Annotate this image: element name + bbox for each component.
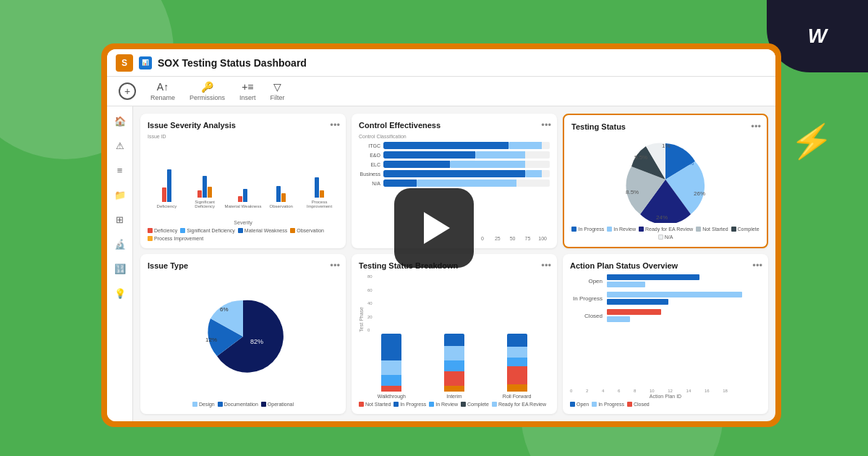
legend-design: Design [192,402,215,407]
legend-documentation: Documentation [218,402,258,407]
stacked-interim: Interim [427,334,482,399]
page-title: SOX Testing Status Dashboard [158,57,307,69]
action-plan-rows: Open In Progress [570,274,761,386]
filter-button[interactable]: ▽ Filter [271,81,285,101]
x-axis-severity: Severity [148,220,339,225]
control-y-label: Control Classification [359,134,550,139]
legend-dot-sigdef [180,228,185,233]
sidebar-item-list[interactable]: ≡ [113,163,127,177]
pie-label-26: 26% [694,190,705,197]
hbar-fill-elc-dark [383,161,450,168]
testing-breakdown-card: Testing Status Breakdown ••• Test Phase … [352,254,557,414]
stacked-walkthrough: Walkthrough [365,334,419,399]
sidebar: 🏠 ⚠ ≡ 📁 ⊞ 🔬 🔢 💡 [107,106,133,421]
legend-dot-in-review [607,227,612,232]
sidebar-item-bulb[interactable]: 💡 [113,286,127,300]
control-effectiveness-menu[interactable]: ••• [541,119,551,130]
legend-tb-not-started: Not Started [359,402,391,407]
action-plan-menu[interactable]: ••• [752,260,762,271]
stacked-bar-walkthrough [381,334,401,392]
video-play-overlay[interactable] [394,188,474,268]
legend-dot-ap-open [570,402,575,407]
legend-dot-tb-in-review [429,402,434,407]
issue-severity-card: Issue Severity Analysis ••• Issue ID [140,114,346,248]
hbar-label-elc: ELC [359,162,380,167]
stacked-rollforward: Roll Forward [490,334,544,399]
pie-label-35: 35% [682,160,694,166]
legend-dot-deficiency [148,228,153,233]
seg-it-in-review [444,360,464,371]
sidebar-item-lab[interactable]: 🔬 [113,237,127,251]
issue-type-menu[interactable]: ••• [330,260,340,271]
legend-dot-design [192,402,197,407]
sidebar-item-grid[interactable]: ⊞ [113,212,127,227]
bar-label-deficiency: Deficiency [157,204,177,209]
seg-rf-in-progress [507,334,527,347]
hbar-track-business [383,170,550,177]
testing-status-menu[interactable]: ••• [751,121,761,132]
action-label-closed: Closed [570,313,603,319]
issue-type-chart: 82% 12% 6% Design [148,274,339,407]
testing-status-chart: 35% 26% 24% 8.5% 5.5% 1% In Pro [571,135,760,240]
legend-ap-inprogress: In Progress [592,402,624,407]
sidebar-item-data[interactable]: 🔢 [113,261,127,276]
bar-sigdef-red [197,190,202,198]
legend-not-started: Not Started [696,227,728,232]
issue-type-card: Issue Type ••• 8 [140,254,346,414]
pie-label-12: 12% [205,337,217,343]
action-x-ticks: 024681012141618 [570,389,761,393]
hbar-eo: E&O [359,151,550,159]
insert-button[interactable]: +≡ Insert [239,81,256,101]
y-ticks: 806040200 [367,274,373,332]
action-bar-closed-light [607,316,630,322]
seg-it-ready-ea [444,346,464,360]
sidebar-item-folder[interactable]: 📁 [113,187,127,202]
hbar-itgc: ITGC [359,142,550,149]
filter-icon: ▽ [273,81,281,93]
action-plan-legend: Open In Progress Closed [570,402,761,407]
hbar-track-na [383,180,550,187]
testing-status-pie-container: 35% 26% 24% 8.5% 5.5% 1% [571,135,760,224]
legend-in-progress: In Progress [571,227,604,232]
legend-dot-complete [731,227,736,232]
legend-deficiency: Deficiency [148,228,177,233]
seg-it-not-started [444,371,464,386]
bar-material-blue [243,189,247,202]
action-x-label: Action Plan ID [570,394,761,399]
legend-sigdef: Significant Deficiency [180,228,235,233]
hbar-na: N/A [359,180,550,187]
sidebar-item-alert[interactable]: ⚠ [113,138,127,153]
hbar-track-elc [383,161,550,168]
hbar-fill-eo-dark [383,151,475,159]
add-button[interactable]: + [119,83,136,100]
stacked-label-rollforward: Roll Forward [503,394,532,399]
control-effectiveness-title: Control Effectiveness [359,121,550,130]
legend-process: Process Improvement [148,236,203,241]
action-bars-closed [607,309,761,322]
rename-button[interactable]: A↑ Rename [150,81,175,101]
permissions-button[interactable]: 🔑 Permissions [190,81,225,101]
issue-type-pie-svg: 82% 12% 6% [200,297,286,376]
action-bar-closed-red [607,309,661,315]
bar-deficiency-blue [167,169,171,202]
issue-type-title: Issue Type [148,261,339,270]
action-bars-open [607,274,761,287]
org-letter: S [116,54,133,72]
action-row-closed: Closed [570,309,761,322]
bar-group-material: Material Weakness [224,159,263,209]
sidebar-item-home[interactable]: 🏠 [113,114,127,128]
testing-breakdown-menu[interactable]: ••• [541,260,551,271]
legend-complete: Complete [731,227,760,232]
issue-severity-menu[interactable]: ••• [330,119,340,130]
dashboard-icon: 📊 [139,56,152,69]
bar-deficiency-red [162,187,166,202]
action-plan-chart: Open In Progress [570,274,761,407]
hbar-label-itgc: ITGC [359,143,380,148]
stacked-bar-rollforward [507,334,527,392]
legend-dot-documentation [218,402,223,407]
action-bar-open-dark [607,274,699,280]
y-label-test-phase: Test Phase [359,307,364,332]
hbar-track-eo [383,151,550,159]
pie-label-55: 5.5% [634,154,647,161]
testing-status-pie-svg: 35% 26% 24% 8.5% 5.5% 1% [618,136,712,223]
